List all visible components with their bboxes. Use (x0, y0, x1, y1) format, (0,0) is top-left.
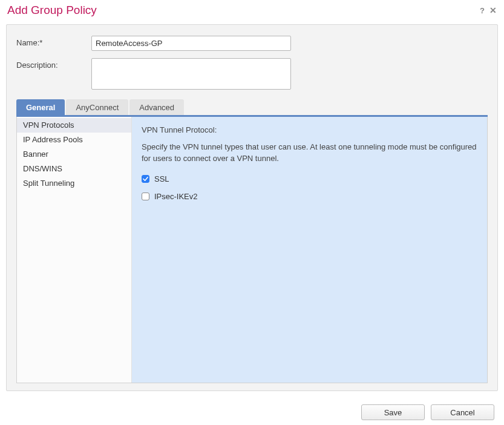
check-icon (143, 176, 148, 182)
main-panel: Name:* Description: General AnyConnect A… (6, 24, 498, 391)
name-input[interactable] (91, 36, 291, 51)
description-row: Description: (16, 58, 488, 90)
dialog: Add Group Policy ? ✕ Name:* Description:… (0, 0, 504, 425)
option-ipsec-row: IPsec-IKEv2 (142, 192, 477, 201)
sidebar-item-split-tunneling[interactable]: Split Tunneling (17, 176, 131, 191)
option-ssl-label: SSL (154, 174, 169, 183)
tab-body: VPN Protocols IP Address Pools Banner DN… (16, 117, 488, 383)
sidebar: VPN Protocols IP Address Pools Banner DN… (17, 117, 132, 383)
footer: Save Cancel (0, 397, 504, 425)
tab-strip: General AnyConnect Advanced (16, 99, 488, 115)
dialog-title: Add Group Policy (7, 4, 480, 17)
help-icon[interactable]: ? (480, 6, 485, 15)
content-description: Specify the VPN tunnel types that user c… (142, 142, 477, 165)
name-row: Name:* (16, 36, 488, 51)
sidebar-item-ip-address-pools[interactable]: IP Address Pools (17, 133, 131, 147)
description-input[interactable] (91, 58, 291, 90)
save-button[interactable]: Save (361, 404, 425, 420)
content-heading: VPN Tunnel Protocol: (142, 125, 477, 134)
checkbox-ipsec-ikev2[interactable] (142, 193, 149, 200)
title-bar: Add Group Policy ? ✕ (0, 0, 504, 22)
tab-general[interactable]: General (16, 99, 65, 115)
checkbox-ssl[interactable] (142, 175, 149, 183)
tab-anyconnect[interactable]: AnyConnect (66, 99, 128, 115)
tab-advanced[interactable]: Advanced (129, 99, 184, 115)
sidebar-item-vpn-protocols[interactable]: VPN Protocols (17, 118, 131, 133)
content-pane: VPN Tunnel Protocol: Specify the VPN tun… (132, 117, 487, 383)
option-ssl-row: SSL (142, 174, 477, 183)
option-ipsec-label: IPsec-IKEv2 (154, 192, 198, 201)
title-icons: ? ✕ (480, 5, 497, 15)
description-label: Description: (16, 58, 91, 70)
close-icon[interactable]: ✕ (489, 5, 497, 15)
cancel-button[interactable]: Cancel (431, 404, 494, 420)
name-label: Name:* (16, 36, 91, 47)
sidebar-item-banner[interactable]: Banner (17, 147, 131, 162)
sidebar-item-dns-wins[interactable]: DNS/WINS (17, 162, 131, 176)
